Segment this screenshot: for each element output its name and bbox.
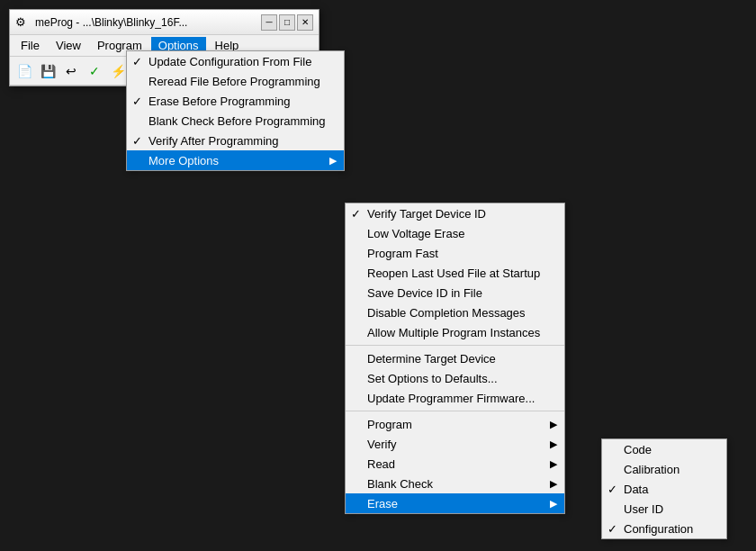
- menu-item-calibration[interactable]: Calibration: [602, 459, 726, 479]
- menu-view[interactable]: View: [49, 37, 88, 54]
- close-button[interactable]: ✕: [297, 14, 313, 31]
- options-dropdown: ✓ Update Configuration From File Reread …: [126, 50, 345, 171]
- toolbar-undo[interactable]: ↩: [60, 60, 82, 82]
- check-configuration: ✓: [608, 522, 617, 536]
- title-bar-left: ⚙ meProg - ...\Blinky\Blinky_16F...: [15, 15, 187, 30]
- menu-item-blank-check-sub[interactable]: Blank Check ▶: [346, 474, 564, 493]
- menu-item-save-device-id[interactable]: Save Device ID in File: [346, 283, 564, 303]
- check-verify-after: ✓: [132, 134, 142, 148]
- menu-item-code[interactable]: Code: [602, 439, 726, 459]
- menu-item-erase-sub[interactable]: Erase ▶: [346, 493, 564, 513]
- title-bar: ⚙ meProg - ...\Blinky\Blinky_16F... ─ □ …: [10, 10, 319, 35]
- menu-item-set-options[interactable]: Set Options to Defaults...: [346, 368, 564, 388]
- menu-item-more-options[interactable]: More Options ▶: [127, 150, 344, 170]
- menu-item-verify-target[interactable]: ✓ Verify Target Device ID: [346, 203, 564, 223]
- window-title: meProg - ...\Blinky\Blinky_16F...: [35, 16, 187, 29]
- maximize-button[interactable]: □: [279, 14, 295, 31]
- separator-2: [346, 411, 564, 411]
- menu-item-read-sub[interactable]: Read ▶: [346, 454, 564, 474]
- menu-item-reread[interactable]: Reread File Before Programming: [127, 71, 344, 91]
- menu-item-program-fast[interactable]: Program Fast: [346, 243, 564, 263]
- toolbar-verify[interactable]: ✓: [84, 60, 105, 82]
- check-verify-target: ✓: [351, 207, 361, 221]
- menu-item-determine-target[interactable]: Determine Target Device: [346, 348, 564, 368]
- toolbar-save[interactable]: 💾: [37, 60, 58, 82]
- menu-item-user-id[interactable]: User ID: [602, 499, 726, 519]
- menu-item-verify-sub[interactable]: Verify ▶: [346, 434, 564, 454]
- check-data: ✓: [608, 483, 617, 496]
- check-erase-before: ✓: [132, 95, 142, 108]
- menu-item-blank-check[interactable]: Blank Check Before Programming: [127, 111, 344, 131]
- check-update-config: ✓: [132, 55, 142, 68]
- menu-item-update-firmware[interactable]: Update Programmer Firmware...: [346, 388, 564, 408]
- menu-file[interactable]: File: [14, 37, 47, 54]
- erase-sub-arrow: ▶: [550, 498, 557, 510]
- program-sub-arrow: ▶: [550, 419, 557, 430]
- menu-item-configuration[interactable]: ✓ Configuration: [602, 519, 726, 538]
- menu-item-erase-before[interactable]: ✓ Erase Before Programming: [127, 91, 344, 111]
- menu-item-data[interactable]: ✓ Data: [602, 479, 726, 499]
- minimize-button[interactable]: ─: [261, 14, 277, 31]
- menu-item-update-config[interactable]: ✓ Update Configuration From File: [127, 51, 344, 71]
- separator-1: [346, 345, 564, 346]
- read-sub-arrow: ▶: [550, 458, 557, 470]
- menu-item-allow-multiple[interactable]: Allow Multiple Program Instances: [346, 322, 564, 342]
- app-icon: ⚙: [15, 15, 30, 30]
- blank-check-sub-arrow: ▶: [550, 478, 557, 490]
- window-controls: ─ □ ✕: [261, 14, 313, 31]
- menu-item-verify-after[interactable]: ✓ Verify After Programming: [127, 131, 344, 150]
- menu-item-disable-completion[interactable]: Disable Completion Messages: [346, 303, 564, 322]
- menu-item-program-sub[interactable]: Program ▶: [346, 414, 564, 434]
- menu-item-reopen-last[interactable]: Reopen Last Used File at Startup: [346, 263, 564, 283]
- more-options-arrow: ▶: [329, 155, 337, 167]
- erase-dropdown: Code Calibration ✓ Data User ID ✓ Config…: [601, 438, 727, 539]
- toolbar-open[interactable]: 📄: [14, 60, 35, 82]
- more-options-dropdown: ✓ Verify Target Device ID Low Voltage Er…: [345, 203, 565, 514]
- menu-item-low-voltage[interactable]: Low Voltage Erase: [346, 223, 564, 243]
- verify-sub-arrow: ▶: [550, 438, 557, 450]
